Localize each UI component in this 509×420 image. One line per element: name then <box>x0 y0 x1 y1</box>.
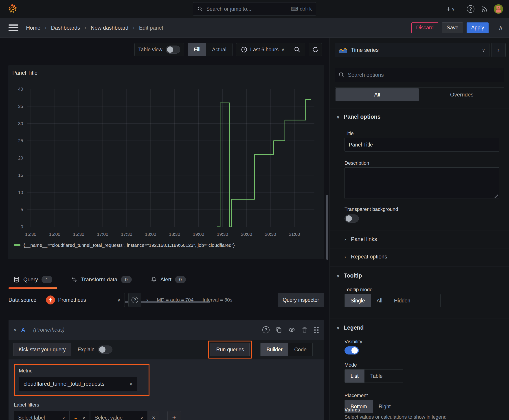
tab-query[interactable]: Query 1 <box>8 270 57 289</box>
legend-table-option[interactable]: Table <box>365 369 388 382</box>
legend-visibility-toggle[interactable] <box>344 346 359 354</box>
svg-text:0: 0 <box>21 224 23 229</box>
editor-tabs: Query 1 Transform data 0 Alert 0 <box>0 270 329 289</box>
tooltip-all-option[interactable]: All <box>371 294 388 307</box>
transform-icon <box>71 276 77 283</box>
refresh-button[interactable] <box>309 43 322 56</box>
tab-overrides[interactable]: Overrides <box>420 88 503 101</box>
prometheus-icon <box>46 295 55 304</box>
time-series-chart[interactable]: 051015202530354015:3016:0016:3017:0017:3… <box>11 83 323 240</box>
save-button[interactable]: Save <box>442 22 463 33</box>
time-range-picker[interactable]: Last 6 hours ∨ <box>236 43 289 56</box>
svg-text:19:30: 19:30 <box>217 232 228 237</box>
select-value-dropdown[interactable]: Select value ∨ <box>90 411 148 420</box>
legend-list-option[interactable]: List <box>345 369 365 382</box>
query-actions-row: Kick start your query Explain Run querie… <box>8 340 324 360</box>
query-help-icon[interactable]: ? <box>262 326 270 333</box>
grafana-logo[interactable] <box>8 4 17 14</box>
options-search-input[interactable] <box>348 72 501 78</box>
legend-section-header[interactable]: ∨ Legend <box>336 324 364 331</box>
open-viz-list-button[interactable]: › <box>491 43 506 57</box>
fill-option[interactable]: Fill <box>188 43 206 56</box>
breadcrumb-home[interactable]: Home <box>26 25 40 31</box>
breadcrumb-new-dashboard[interactable]: New dashboard <box>91 25 128 31</box>
tooltip-single-option[interactable]: Single <box>345 294 371 307</box>
kick-start-query-button[interactable]: Kick start your query <box>14 343 71 356</box>
user-avatar[interactable] <box>494 4 503 14</box>
repeat-options-section[interactable]: › Repeat options <box>344 254 387 260</box>
help-button[interactable]: ? <box>467 5 474 13</box>
query-a-header[interactable]: ∨ A (Prometheus) ? <box>8 320 324 340</box>
actual-option[interactable]: Actual <box>206 43 232 56</box>
datasource-picker[interactable]: Prometheus ∨ <box>42 293 125 307</box>
divider <box>461 5 461 13</box>
discard-button[interactable]: Discard <box>411 22 438 33</box>
menu-toggle-button[interactable] <box>8 24 18 31</box>
datasource-row: Data source Prometheus ∨ ? › MD = auto =… <box>8 293 324 307</box>
keyboard-icon: ⌨ <box>291 6 298 12</box>
expand-options-icon[interactable]: › <box>145 297 150 304</box>
global-search-input[interactable] <box>206 6 288 12</box>
news-rss-button[interactable] <box>480 5 488 13</box>
panel-options-section-header[interactable]: ∨ Panel options <box>336 113 381 120</box>
builder-option[interactable]: Builder <box>261 343 289 356</box>
query-stats: MD = auto = 704 Interval = 30s <box>157 297 233 303</box>
tab-alert[interactable]: Alert 0 <box>146 270 191 289</box>
global-search[interactable]: ⌨ ctrl+k <box>193 2 316 16</box>
delete-query-icon[interactable] <box>301 326 308 333</box>
placement-right-option[interactable]: Right <box>373 400 396 413</box>
time-series-viz-icon <box>339 47 347 53</box>
values-label: Values <box>344 407 360 413</box>
toggle-visibility-icon[interactable] <box>288 326 296 333</box>
tab-all[interactable]: All <box>335 88 419 101</box>
search-icon <box>338 72 345 78</box>
duplicate-query-icon[interactable] <box>275 326 282 333</box>
chevron-down-icon: ∨ <box>336 273 340 278</box>
panel-links-section[interactable]: › Panel links <box>344 236 377 242</box>
metric-select[interactable]: cloudflared_tunnel_total_requests ∨ <box>19 377 137 391</box>
chevron-down-icon: ∨ <box>117 297 121 303</box>
visualization-picker[interactable]: Time series ∨ <box>335 43 489 57</box>
tooltip-section-header[interactable]: ∨ Tooltip <box>336 272 362 279</box>
description-textarea[interactable] <box>344 167 499 199</box>
apply-button[interactable]: Apply <box>467 22 489 33</box>
options-search[interactable] <box>335 68 504 82</box>
drag-handle[interactable] <box>313 326 319 334</box>
zoom-out-button[interactable] <box>289 43 305 56</box>
svg-text:35: 35 <box>18 104 23 109</box>
chevron-right-icon: › <box>45 25 46 31</box>
remove-filter-button[interactable]: × <box>148 411 159 420</box>
add-filter-button[interactable]: + <box>167 411 181 420</box>
panel-title-input[interactable] <box>344 138 499 152</box>
panel-preview[interactable]: Panel Title 051015202530354015:3016:0016… <box>8 65 324 259</box>
operator-dropdown[interactable]: = ∨ <box>70 411 90 420</box>
panel-title: Panel Title <box>12 70 38 76</box>
table-view-control: Table view <box>134 43 184 56</box>
chart-legend[interactable]: {__name__="cloudflared_tunnel_total_requ… <box>14 242 235 248</box>
panel-toolbar: Table view Fill Actual Last 6 hours ∨ <box>0 43 322 56</box>
legend-series-label[interactable]: {__name__="cloudflared_tunnel_total_requ… <box>23 242 235 248</box>
resize-handle[interactable] <box>494 193 498 198</box>
transparent-background-toggle[interactable] <box>344 215 359 223</box>
chevron-down-icon[interactable]: ∨ <box>14 327 17 332</box>
divider <box>492 24 492 32</box>
run-queries-button[interactable]: Run queries <box>211 343 250 356</box>
legend-series-swatch[interactable] <box>14 244 20 246</box>
add-menu-button[interactable]: + ∨ <box>446 5 455 14</box>
tooltip-hidden-option[interactable]: Hidden <box>388 294 416 307</box>
vertical-scrollbar[interactable] <box>326 195 328 260</box>
table-view-toggle[interactable] <box>166 45 180 54</box>
datasource-help-button[interactable]: ? <box>128 293 141 307</box>
tab-transform-data[interactable]: Transform data 0 <box>66 270 137 289</box>
svg-text:20:00: 20:00 <box>241 232 252 237</box>
select-label-dropdown[interactable]: Select label ∨ <box>14 411 69 420</box>
breadcrumb-dashboards[interactable]: Dashboards <box>51 25 80 31</box>
explain-toggle[interactable] <box>98 345 113 354</box>
bell-icon <box>151 276 157 283</box>
query-inspector-button[interactable]: Query inspector <box>278 293 324 307</box>
code-option[interactable]: Code <box>289 343 312 356</box>
builder-code-switch: Builder Code <box>260 343 313 356</box>
collapse-header-button[interactable]: ∧ <box>498 24 503 32</box>
values-help-text: Select values or calculations to show in… <box>344 414 447 420</box>
options-filter-tabs: All Overrides <box>335 88 504 102</box>
